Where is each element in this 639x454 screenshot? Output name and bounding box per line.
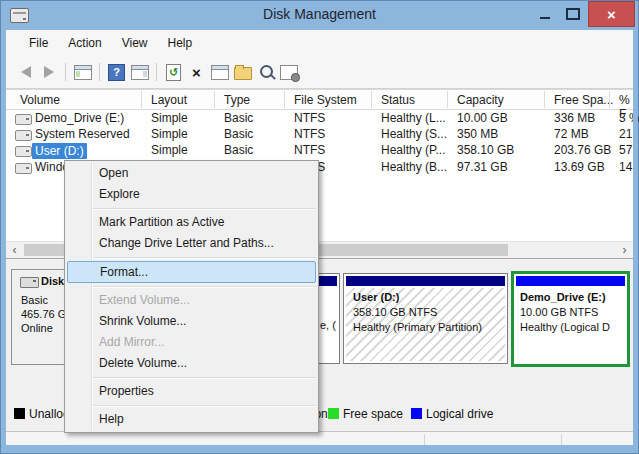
cell-status: Healthy (B... bbox=[381, 160, 447, 174]
column-header-file-system[interactable]: File System bbox=[294, 93, 357, 107]
cell-type: Basic bbox=[224, 127, 253, 141]
menu-item-mark-partition-active[interactable]: Mark Partition as Active bbox=[65, 212, 318, 233]
menu-item-properties[interactable]: Properties bbox=[65, 381, 318, 402]
cell-status: Healthy (P... bbox=[381, 143, 445, 157]
cell-pct-free: 57 bbox=[619, 143, 632, 157]
column-header-free-space[interactable]: Free Spa... bbox=[554, 93, 613, 107]
maximize-button[interactable] bbox=[561, 1, 585, 27]
menu-item-open[interactable]: Open bbox=[65, 163, 318, 184]
refresh-icon[interactable]: ↺ bbox=[164, 64, 183, 81]
partition-status-fragment: e, ( bbox=[320, 319, 336, 331]
cell-volume: Demo_Drive (E:) bbox=[35, 111, 124, 125]
cell-free-space: 203.76 GB bbox=[554, 143, 611, 157]
column-header-capacity[interactable]: Capacity bbox=[457, 93, 504, 107]
menubar: File Action View Help bbox=[6, 30, 633, 56]
cell-status: Healthy (S... bbox=[381, 127, 447, 141]
cell-layout: Simple bbox=[151, 111, 188, 125]
partition-size: 10.00 GB NTFS bbox=[520, 306, 598, 318]
cell-free-space: 336 MB bbox=[554, 111, 595, 125]
menu-item-delete-volume[interactable]: Delete Volume... bbox=[65, 353, 318, 374]
console-tree-icon[interactable] bbox=[73, 64, 92, 81]
menu-item-change-drive-letter[interactable]: Change Drive Letter and Paths... bbox=[65, 233, 318, 254]
partition-demo-drive-e[interactable]: Demo_Drive (E:) 10.00 GB NTFS Healthy (L… bbox=[511, 271, 630, 367]
close-button[interactable]: × bbox=[588, 1, 635, 27]
menu-item-add-mirror: Add Mirror... bbox=[65, 332, 318, 353]
menu-item-shrink-volume[interactable]: Shrink Volume... bbox=[65, 311, 318, 332]
legend-swatch-unallocated bbox=[14, 408, 25, 419]
open-folder-icon[interactable] bbox=[233, 64, 252, 81]
cell-free-space: 13.69 GB bbox=[554, 160, 605, 174]
menu-view[interactable]: View bbox=[112, 32, 158, 54]
cell-volume: System Reserved bbox=[35, 127, 130, 141]
column-header-layout[interactable]: Layout bbox=[151, 93, 187, 107]
table-row[interactable]: Demo_Drive (E:) Simple Basic NTFS Health… bbox=[6, 110, 633, 127]
console-window-icon[interactable] bbox=[130, 64, 149, 81]
scroll-left-icon[interactable]: ‹ bbox=[6, 242, 23, 258]
cell-layout: Simple bbox=[151, 127, 188, 141]
menu-file[interactable]: File bbox=[19, 32, 58, 54]
table-row[interactable]: System Reserved Simple Basic NTFS Health… bbox=[6, 126, 633, 143]
toolbar-separator bbox=[99, 63, 100, 81]
legend-swatch-free-space bbox=[328, 408, 339, 419]
cell-type: Basic bbox=[224, 143, 253, 157]
minimize-icon bbox=[540, 17, 550, 19]
partition-size: 358.10 GB NTFS bbox=[353, 306, 437, 318]
partition-status: Healthy (Primary Partition) bbox=[353, 321, 482, 333]
disk-management-window: Disk Management × File Action View Help … bbox=[0, 0, 639, 454]
cell-file-system: NTFS bbox=[294, 143, 325, 157]
menu-separator bbox=[93, 208, 316, 209]
disk-status: Online bbox=[21, 322, 53, 334]
menu-separator bbox=[93, 405, 316, 406]
table-row-selected[interactable]: User (D:) Simple Basic NTFS Healthy (P..… bbox=[6, 142, 633, 159]
menu-help[interactable]: Help bbox=[158, 32, 203, 54]
window-border bbox=[633, 30, 638, 453]
drive-icon bbox=[15, 114, 32, 125]
cell-file-system: NTFS bbox=[294, 127, 325, 141]
partition-name: Demo_Drive (E:) bbox=[520, 291, 606, 303]
partition-name: User (D:) bbox=[353, 291, 399, 303]
drive-icon bbox=[15, 130, 32, 141]
menu-item-help[interactable]: Help bbox=[65, 409, 318, 430]
column-header-status[interactable]: Status bbox=[381, 93, 415, 107]
cell-capacity: 10.00 GB bbox=[457, 111, 508, 125]
cell-capacity: 358.10 GB bbox=[457, 143, 514, 157]
partition-color-bar bbox=[346, 276, 505, 286]
disk-type: Basic bbox=[21, 294, 48, 306]
delete-icon[interactable]: × bbox=[187, 64, 206, 81]
titlebar[interactable]: Disk Management × bbox=[1, 1, 638, 30]
help-icon[interactable]: ? bbox=[107, 64, 126, 81]
scroll-right-icon[interactable]: › bbox=[616, 242, 633, 258]
maximize-icon bbox=[566, 8, 580, 20]
menu-action[interactable]: Action bbox=[58, 32, 111, 54]
menu-item-format[interactable]: Format... bbox=[67, 261, 316, 283]
close-icon: × bbox=[607, 7, 616, 22]
cell-pct-free: 21 bbox=[619, 127, 632, 141]
toolbar-separator bbox=[65, 63, 66, 81]
search-icon[interactable] bbox=[256, 64, 275, 81]
partition-color-bar bbox=[516, 276, 625, 286]
minimize-button[interactable] bbox=[533, 1, 557, 27]
menu-item-explore[interactable]: Explore bbox=[65, 184, 318, 205]
drive-icon bbox=[15, 146, 32, 157]
window-border bbox=[1, 445, 638, 453]
toolbar-separator bbox=[156, 63, 157, 81]
drive-icon bbox=[15, 163, 32, 174]
cell-file-system: NTFS bbox=[294, 111, 325, 125]
cell-pct-free: 14 bbox=[619, 160, 632, 174]
cell-type: Basic bbox=[224, 111, 253, 125]
menu-item-extend-volume: Extend Volume... bbox=[65, 290, 318, 311]
partition-status: Healthy (Logical D bbox=[520, 321, 610, 333]
cell-layout: Simple bbox=[151, 143, 188, 157]
disk-icon bbox=[20, 277, 39, 288]
menu-separator bbox=[93, 377, 316, 378]
menu-separator bbox=[93, 257, 316, 258]
settings-window-icon[interactable] bbox=[279, 64, 298, 81]
column-header-volume[interactable]: Volume bbox=[20, 93, 60, 107]
forward-icon[interactable] bbox=[39, 64, 58, 81]
column-header-type[interactable]: Type bbox=[224, 93, 250, 107]
back-icon[interactable] bbox=[16, 64, 35, 81]
properties-window-icon[interactable] bbox=[210, 64, 229, 81]
cell-capacity: 350 MB bbox=[457, 127, 498, 141]
menu-separator bbox=[93, 286, 316, 287]
partition-user-d[interactable]: User (D:) 358.10 GB NTFS Healthy (Primar… bbox=[343, 273, 508, 364]
